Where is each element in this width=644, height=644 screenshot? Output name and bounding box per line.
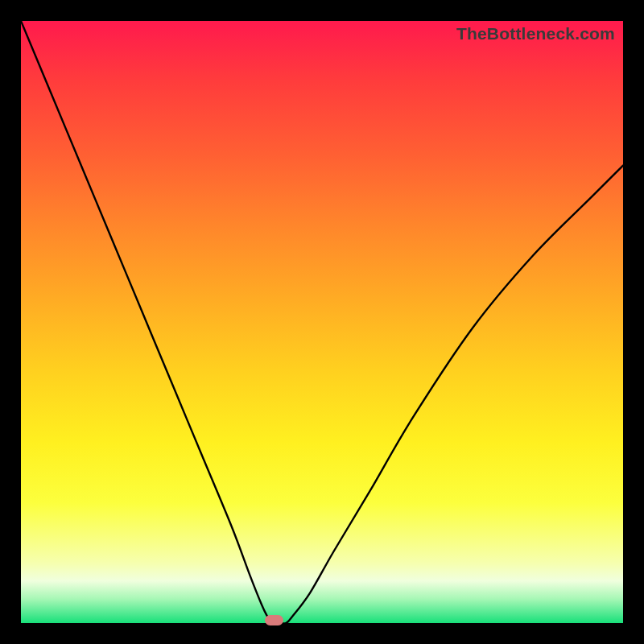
min-marker bbox=[265, 615, 283, 625]
chart-frame: TheBottleneck.com bbox=[0, 0, 644, 644]
bottleneck-curve bbox=[21, 21, 623, 623]
plot-area: TheBottleneck.com bbox=[21, 21, 623, 623]
